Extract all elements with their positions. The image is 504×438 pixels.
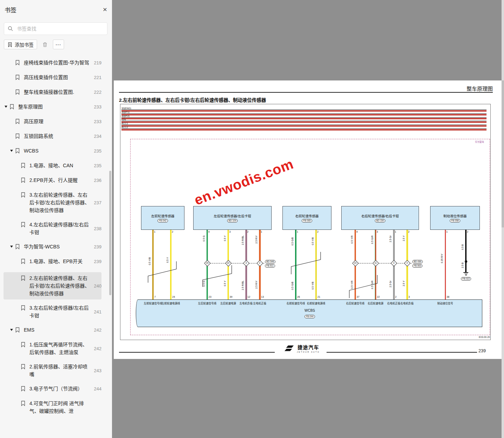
bookmark-item[interactable]: 互锁回路系统234: [4, 132, 102, 140]
wire-gauge-label: 0.5 Y: [166, 257, 169, 263]
viewer-scrollbar-thumb[interactable]: [502, 80, 504, 227]
caret-down-icon[interactable]: [5, 106, 7, 108]
wcbs-pin-number: 39: [230, 296, 232, 298]
bookmark-item[interactable]: 座椅线束插件位置图-华为智驾219: [4, 59, 102, 67]
search-input[interactable]: [16, 26, 104, 32]
wire-gauge-label: 2.5 B: [461, 262, 464, 268]
sidebar-scrollbar[interactable]: [109, 0, 111, 438]
wire-gauge-label: 2.5 Gr: [389, 281, 392, 287]
logo-text-en: JETOUR AUTO: [297, 351, 320, 353]
bookmark-item[interactable]: 4.左右后轮速传感器/左右后卡钳238: [4, 221, 102, 236]
bookmark-item[interactable]: 1.电源、接地、CAN235: [4, 162, 102, 170]
wire-pin-number: 3: [377, 231, 378, 233]
bookmark-item[interactable]: EMS242: [4, 326, 102, 334]
add-bookmark-button[interactable]: 添加书签: [4, 40, 37, 49]
bookmark-label: 4.可变气门正时阀 进气排气、碳罐控制阀、泄: [29, 400, 92, 415]
wire-junction-dot: [465, 260, 467, 263]
bus-label: 30(ENG): [121, 107, 131, 110]
wcbs-pin-label: 左后轮速电源: [220, 301, 236, 305]
bookmark-item[interactable]: 2.左右前轮速传感器、左右后卡钳/左右后轮速传感器、制动液位传感器240: [4, 272, 102, 299]
bookmark-item[interactable]: 整车原理图233: [4, 103, 102, 111]
wcbs-pin-label: 右电机正极: [387, 301, 400, 305]
wcbs-connector-code: FB-044: [304, 315, 315, 318]
wcbs-pin-number: 22: [377, 296, 380, 298]
bookmark-item[interactable]: WCBS235: [4, 147, 102, 155]
component-connector-code: FB-065: [302, 219, 312, 222]
wire-gauge-label: 0.35 R/Y: [441, 254, 443, 263]
page-number: 239: [478, 348, 486, 353]
viewer-scrollbar[interactable]: [502, 0, 504, 438]
wire-gauge-label: 0.5 Y/B: [312, 282, 314, 290]
component-box: 左后轮速传感器/左后卡钳BD-109: [193, 206, 272, 230]
bookmarks-header: 书签 ×: [5, 5, 107, 14]
pdf-reader-window: 书签 × 添加书签: [0, 0, 504, 438]
bookmark-item[interactable]: 1.电源、接地、EPB开关239: [4, 257, 102, 266]
wire: [170, 230, 172, 299]
close-icon[interactable]: ×: [103, 6, 107, 13]
wcbs-pin-number: 21: [317, 296, 320, 298]
inline-connector-pin: 3: [243, 262, 250, 264]
bookmark-item[interactable]: 4.可变气门正时阀 进气排气、碳罐控制阀、泄: [4, 400, 102, 415]
bookmark-label: 3.左右前轮速传感器、左右后卡钳/左右后轮速传感器、制动液位传感器: [29, 191, 92, 214]
wcbs-pin-number: 23: [209, 296, 211, 298]
bookmark-item[interactable]: 2.EPB开关、行人提醒236: [4, 176, 102, 184]
bookmark-item[interactable]: 整车线束插接器位置图.222: [4, 88, 102, 96]
wire-pin-number: 4: [356, 231, 358, 233]
bookmark-item[interactable]: 3.左右前轮速传感器、左右后卡钳/左右后轮速传感器、制动液位传感器237: [4, 191, 102, 214]
wire-gauge-label: 0.5 Y/R: [351, 281, 353, 289]
caret-down-icon[interactable]: [10, 329, 13, 331]
bookmark-page-number: 237: [92, 200, 102, 205]
wcbs-pin-label: 右后轮速信号线: [346, 301, 365, 305]
caret-down-icon[interactable]: [10, 246, 13, 248]
component-connector-code: BD-150: [375, 219, 385, 222]
wire-gauge-label: 2.5 Y: [402, 281, 405, 286]
bookmark-item[interactable]: 3.左右后轮速传感器/左右后卡钳241: [4, 304, 102, 319]
bookmark-plus-icon: [7, 42, 13, 47]
caret-down-icon[interactable]: [10, 150, 13, 152]
bookmark-search-box[interactable]: [4, 22, 107, 35]
wcbs-pin-label: 左电机正极: [253, 301, 266, 305]
more-options-button[interactable]: ···: [53, 40, 64, 49]
wcbs-pin-label: 右前轮速电源线: [307, 301, 326, 305]
wire: [152, 230, 154, 299]
wire: [315, 230, 317, 299]
bookmark-page-number: 243: [92, 368, 102, 373]
bookmark-item[interactable]: 高压线束插件位置图221: [4, 73, 102, 82]
logo-text-cn: 捷途汽车: [298, 344, 319, 351]
wcbs-pin-number: 24: [172, 296, 175, 298]
wire-gauge-label: 0.5 Y/B: [312, 237, 314, 245]
bookmark-icon: [20, 364, 26, 371]
bookmark-icon: [15, 75, 20, 82]
bus-power-bar: [121, 110, 486, 112]
bookmark-label: EMS: [24, 326, 92, 334]
add-bookmark-label: 添加书签: [15, 41, 34, 48]
inline-connector-code: FB-063: [412, 264, 422, 268]
wcbs-pin-number: 3: [408, 296, 410, 298]
bookmark-item[interactable]: 1.低压废气再循环节流阀、后氧传感器、主燃油泵242: [4, 341, 102, 356]
ellipsis-icon: ···: [56, 42, 61, 47]
wire-gauge-label: 0.5 G: [203, 235, 205, 241]
header-rule: [119, 92, 493, 93]
bookmark-page-number: 219: [92, 60, 102, 65]
bookmark-item[interactable]: 华为智驾-WCBS239: [4, 243, 102, 251]
bookmark-label: 1.电源、接地、EPB开关: [29, 257, 92, 265]
bookmark-item[interactable]: 高压原理233: [4, 118, 102, 126]
component-connector-code: BD-109: [227, 219, 238, 222]
bookmark-item[interactable]: 2.前氧传感器、活塞冷却喷嘴243: [4, 363, 102, 378]
sidebar-scrollbar-thumb[interactable]: [109, 171, 111, 295]
component-box: 左前轮速传感器FB-042: [141, 206, 184, 230]
component-connector-code: FB-042: [158, 219, 168, 222]
inline-connector-pin: 10: [352, 262, 359, 264]
bookmark-icon: [20, 177, 26, 184]
wire-pin-number: 3: [229, 231, 231, 233]
bookmark-item[interactable]: 3.电子节气门（节流阀）244: [4, 385, 102, 393]
pdf-page: 整车原理图 2.左右前轮速传感器、左右后卡钳/左右后轮速传感器、制动液位传感器 …: [114, 80, 502, 359]
wire-gauge-label: 0.5 G/B: [291, 237, 294, 246]
diagram-code: E03.00.20: [479, 336, 490, 338]
footer-rule-left: [119, 352, 275, 353]
section-title: 2.左右前轮速传感器、左右后卡钳/左右后轮速传感器、制动液位传感器: [119, 96, 266, 103]
bookmark-label: 2.前氧传感器、活塞冷却喷嘴: [29, 363, 92, 378]
bookmark-label: WCBS: [24, 147, 92, 155]
delete-bookmark-button[interactable]: [41, 40, 49, 49]
jetour-logo: 捷途汽车 JETOUR AUTO: [281, 344, 323, 353]
